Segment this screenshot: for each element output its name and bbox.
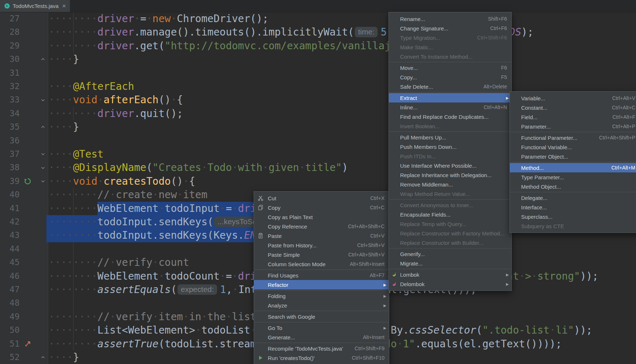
menu-item-constant[interactable]: Constant...Ctrl+Alt+C	[510, 103, 636, 112]
menu-item-method-object[interactable]: Method Object...	[510, 182, 636, 191]
menu-item-label: Column Selection Mode	[268, 261, 325, 267]
menu-item-method[interactable]: Method...Ctrl+Alt+M	[510, 163, 636, 172]
menu-item-column-selection-mode[interactable]: Column Selection ModeAlt+Shift+Insert	[254, 259, 389, 269]
menu-item-label: Method Object...	[521, 184, 561, 190]
menu-item-make-static[interactable]: Make Static...	[389, 42, 511, 52]
menu-item-use-interface-where-possible[interactable]: Use Interface Where Possible...	[389, 161, 511, 170]
submenu-arrow-icon: ▶	[383, 283, 386, 287]
code-line-29[interactable]: 29········driver.get("http://todomvc.com…	[0, 39, 636, 53]
menu-item-rename[interactable]: Rename...Shift+F6	[389, 14, 511, 24]
menu-item-interface[interactable]: Interface...	[510, 202, 636, 212]
menu-item-label: Delegate...	[521, 195, 548, 201]
menu-item-parameter[interactable]: Parameter...Ctrl+Alt+P	[510, 122, 636, 131]
menu-item-paste-simple[interactable]: Paste SimpleCtrl+Alt+Shift+V	[254, 250, 389, 259]
line-number: 39	[0, 175, 20, 188]
code-text: ········driver·=·new·ChromeDriver();	[49, 12, 269, 25]
editor-tab-todomvctests[interactable]: TodoMvcTests.java ×	[0, 0, 70, 12]
menu-item-convert-to-instance-method[interactable]: Convert To Instance Method...	[389, 52, 511, 61]
menu-item-copy-reference[interactable]: Copy ReferenceCtrl+Alt+Shift+C	[254, 222, 389, 231]
menu-item-type-parameter[interactable]: Type Parameter...	[510, 172, 636, 182]
menu-item-lombok[interactable]: Lombok▶	[389, 270, 511, 279]
menu-item-find-and-replace-code-duplicates[interactable]: Find and Replace Code Duplicates...	[389, 112, 511, 121]
menu-item-refactor[interactable]: Refactor▶	[254, 280, 389, 289]
menu-item-push-members-down[interactable]: Push Members Down...	[389, 142, 511, 151]
code-line-28[interactable]: 28········driver.manage().timeouts().imp…	[0, 25, 636, 39]
code-line-30[interactable]: 30····}	[0, 53, 636, 66]
menu-item-copy[interactable]: Copy...F5	[389, 72, 511, 82]
menu-item-field[interactable]: Field...Ctrl+Alt+F	[510, 112, 636, 122]
menu-item-label: Cut	[268, 195, 276, 201]
menu-item-move[interactable]: Move...F6	[389, 63, 511, 72]
menu-item-copy[interactable]: CopyCtrl+C	[254, 203, 389, 212]
menu-item-go-to[interactable]: Go To▶	[254, 323, 389, 332]
run-icon	[258, 355, 263, 361]
line-number: 32	[0, 80, 20, 93]
menu-item-run-createstodo[interactable]: Run 'createsTodo()'Ctrl+Shift+F10	[254, 353, 389, 363]
menu-item-pull-members-up[interactable]: Pull Members Up...	[389, 133, 511, 142]
menu-item-inline[interactable]: Inline...Ctrl+Alt+N	[389, 102, 511, 112]
menu-item-copy-as-plain-text[interactable]: Copy as Plain Text	[254, 212, 389, 222]
fold-end-icon[interactable]	[39, 53, 47, 66]
menu-item-convert-anonymous-to-inner[interactable]: Convert Anonymous to Inner...	[389, 200, 511, 210]
menu-item-paste-from-history[interactable]: Paste from History...Ctrl+Shift+V	[254, 240, 389, 250]
fold-end-icon[interactable]	[39, 120, 47, 134]
code-line-31[interactable]: 31	[0, 66, 636, 80]
menu-item-label: Folding	[268, 293, 286, 299]
menu-item-generify[interactable]: Generify...	[389, 249, 511, 259]
menu-item-replace-constructor-with-factory-method[interactable]: Replace Constructor with Factory Method.…	[389, 229, 511, 238]
menu-item-parameter-object[interactable]: Parameter Object...	[510, 152, 636, 161]
parameter-hint: expected:	[178, 284, 217, 295]
menu-item-shortcut: Shift+F6	[479, 16, 511, 22]
menu-item-paste[interactable]: PasteCtrl+V	[254, 231, 389, 240]
menu-item-label: Refactor	[268, 282, 288, 288]
menu-item-safe-delete[interactable]: Safe Delete...Alt+Delete	[389, 82, 511, 91]
menu-item-label: Replace Constructor with Builder...	[400, 240, 483, 246]
menu-item-folding[interactable]: Folding▶	[254, 291, 389, 301]
menu-item-recompile-todomvctests-java[interactable]: Recompile 'TodoMvcTests.java'Ctrl+Shift+…	[254, 344, 389, 353]
test-class-icon	[4, 3, 10, 9]
menu-item-search-with-google[interactable]: Search with Google	[254, 312, 389, 321]
menu-item-find-usages[interactable]: Find UsagesAlt+F7	[254, 271, 389, 280]
fold-start-icon[interactable]	[39, 175, 47, 188]
run-test-icon[interactable]	[23, 175, 33, 188]
menu-item-replace-inheritance-with-delegation[interactable]: Replace Inheritance with Delegation...	[389, 170, 511, 180]
menu-item-shortcut: Alt+Shift+Insert	[341, 261, 389, 267]
menu-item-encapsulate-fields[interactable]: Encapsulate Fields...	[389, 210, 511, 219]
menu-item-label: Paste Simple	[268, 252, 300, 258]
menu-item-functional-parameter[interactable]: Functional Parameter...Ctrl+Alt+Shift+P	[510, 133, 636, 142]
menu-item-extract[interactable]: Extract▶	[389, 93, 511, 102]
menu-item-label: Safe Delete...	[400, 84, 433, 90]
fold-start-icon[interactable]	[39, 147, 47, 161]
fold-start-icon[interactable]	[39, 161, 47, 174]
menu-item-shortcut: Ctrl+Alt+Shift+P	[590, 135, 636, 141]
submenu-arrow-icon: ▶	[383, 326, 386, 330]
menu-item-change-signature[interactable]: Change Signature...Ctrl+F6	[389, 24, 511, 33]
line-number: 34	[0, 107, 20, 120]
menu-item-delegate[interactable]: Delegate...	[510, 193, 636, 202]
menu-item-label: Inline...	[400, 104, 417, 110]
menu-item-replace-temp-with-query[interactable]: Replace Temp with Query...	[389, 219, 511, 229]
menu-item-functional-variable[interactable]: Functional Variable...	[510, 142, 636, 152]
menu-item-cut[interactable]: CutCtrl+X	[254, 193, 389, 203]
menu-separator	[389, 92, 511, 92]
code-line-27[interactable]: 27········driver·=·new·ChromeDriver();	[0, 12, 636, 25]
menu-item-replace-constructor-with-builder[interactable]: Replace Constructor with Builder...	[389, 238, 511, 247]
menu-item-superclass[interactable]: Superclass...	[510, 212, 636, 221]
menu-item-subquery-as-cte[interactable]: Subquery as CTE	[510, 221, 636, 231]
menu-item-type-migration[interactable]: Type Migration...Ctrl+Shift+F6	[389, 33, 511, 42]
menu-item-wrap-method-return-value[interactable]: Wrap Method Return Value...	[389, 189, 511, 198]
menu-item-remove-middleman[interactable]: Remove Middleman...	[389, 180, 511, 189]
menu-item-migrate[interactable]: Migrate...	[389, 259, 511, 268]
menu-item-delombok[interactable]: Delombok▶	[389, 279, 511, 289]
menu-item-push-itds-in[interactable]: Push ITDs In...	[389, 151, 511, 161]
fold-start-icon[interactable]	[39, 93, 47, 106]
close-icon[interactable]: ×	[62, 3, 66, 9]
line-number: 46	[0, 269, 20, 283]
menu-item-invert-boolean[interactable]: Invert Boolean...	[389, 121, 511, 131]
menu-item-variable[interactable]: Variable...Ctrl+Alt+V	[510, 93, 636, 103]
menu-item-analyze[interactable]: Analyze▶	[254, 301, 389, 310]
fold-end-icon[interactable]	[39, 351, 47, 364]
menu-item-label: Variable...	[521, 95, 545, 101]
menu-item-generate[interactable]: Generate...Alt+Insert	[254, 332, 389, 342]
gutter-arrow-icon[interactable]	[23, 337, 33, 351]
